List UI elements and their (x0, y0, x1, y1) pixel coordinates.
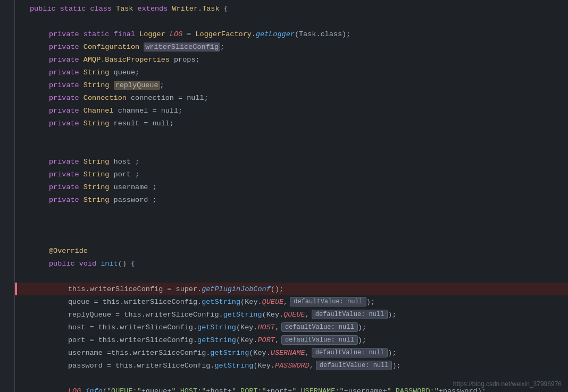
code-line: private AMQP.BasicProperties props; (15, 53, 568, 66)
code-line: private Configuration writerSliceConfig; (15, 40, 568, 53)
code-line: private String queue; (15, 66, 568, 79)
code-line (15, 15, 568, 28)
code-line: replyQueue = this.writerSliceConfig.getS… (15, 308, 568, 321)
code-line (15, 142, 568, 155)
code-line: private String result = null; (15, 117, 568, 130)
code-line: this.writerSliceConfig = super.getPlugin… (15, 283, 568, 295)
code-line: host = this.writerSliceConfig.getString(… (15, 321, 568, 334)
left-gutter (0, 0, 15, 392)
code-line (15, 206, 568, 219)
watermark: https://blog.csdn.net/weixin_37996976 (453, 380, 562, 388)
code-line: port = this.writerSliceConfig.getString(… (15, 334, 568, 346)
code-line: private static final Logger LOG = Logger… (15, 28, 568, 40)
code-line: password = this.writerSliceConfig.getStr… (15, 359, 568, 372)
code-line: private String replyQueue; (15, 79, 568, 91)
code-line (15, 219, 568, 232)
code-line: private String password ; (15, 193, 568, 206)
code-line: public static class Task extends Writer.… (15, 2, 568, 15)
code-line: queue = this.writerSliceConfig.getString… (15, 295, 568, 308)
code-line: private String port ; (15, 168, 568, 181)
code-line: public void init() { (15, 257, 568, 270)
code-content: public static class Task extends Writer.… (15, 0, 568, 392)
code-line (15, 130, 568, 142)
code-line: username =this.writerSliceConfig.getStri… (15, 346, 568, 359)
code-line: private String username ; (15, 181, 568, 193)
code-line (15, 270, 568, 283)
code-line: private Connection connection = null; (15, 91, 568, 104)
code-line: private String host ; (15, 155, 568, 168)
code-line (15, 232, 568, 244)
code-line: private Channel channel = null; (15, 104, 568, 117)
code-line: @Override (15, 244, 568, 257)
code-editor: public static class Task extends Writer.… (0, 0, 568, 392)
